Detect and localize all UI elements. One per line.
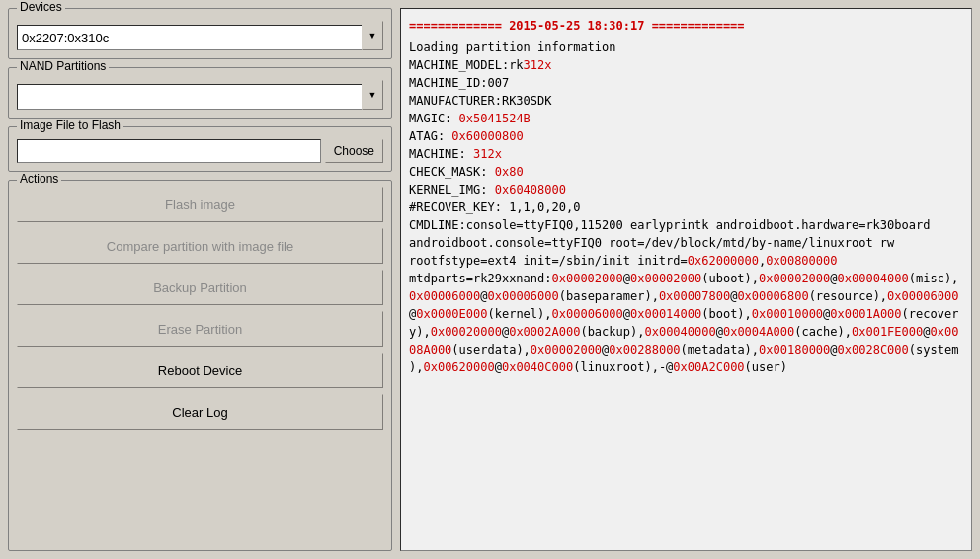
log-header: ============= 2015-05-25 18:30:17 ======… <box>409 17 963 35</box>
devices-select-wrapper: 0x2207:0x310c ▼ <box>17 21 383 50</box>
compare-partition-button[interactable]: Compare partition with image file <box>17 228 383 264</box>
log-panel: ============= 2015-05-25 18:30:17 ======… <box>400 8 972 551</box>
reboot-device-button[interactable]: Reboot Device <box>17 353 383 388</box>
actions-group: Actions Flash image Compare partition wi… <box>8 180 392 551</box>
nand-select-wrapper: ▼ <box>17 80 383 110</box>
devices-label: Devices <box>17 0 65 14</box>
nand-group: NAND Partitions ▼ <box>8 67 392 119</box>
left-panel: Devices 0x2207:0x310c ▼ NAND Partitions … <box>0 0 400 559</box>
erase-partition-button[interactable]: Erase Partition <box>17 311 383 347</box>
image-file-group: Image File to Flash Choose <box>8 126 392 172</box>
image-file-row: Choose <box>17 139 383 163</box>
clear-log-button[interactable]: Clear Log <box>17 394 383 430</box>
nand-label: NAND Partitions <box>17 59 109 73</box>
actions-label: Actions <box>17 172 61 186</box>
image-file-input[interactable] <box>17 139 321 163</box>
image-file-label: Image File to Flash <box>17 119 123 132</box>
flash-image-button[interactable]: Flash image <box>17 187 383 222</box>
log-content: Loading partition informationMACHINE_MOD… <box>409 39 963 376</box>
choose-button[interactable]: Choose <box>325 139 383 163</box>
nand-select[interactable] <box>17 84 383 110</box>
devices-group: Devices 0x2207:0x310c ▼ <box>8 8 392 59</box>
backup-partition-button[interactable]: Backup Partition <box>17 270 383 305</box>
devices-select[interactable]: 0x2207:0x310c <box>17 25 383 50</box>
